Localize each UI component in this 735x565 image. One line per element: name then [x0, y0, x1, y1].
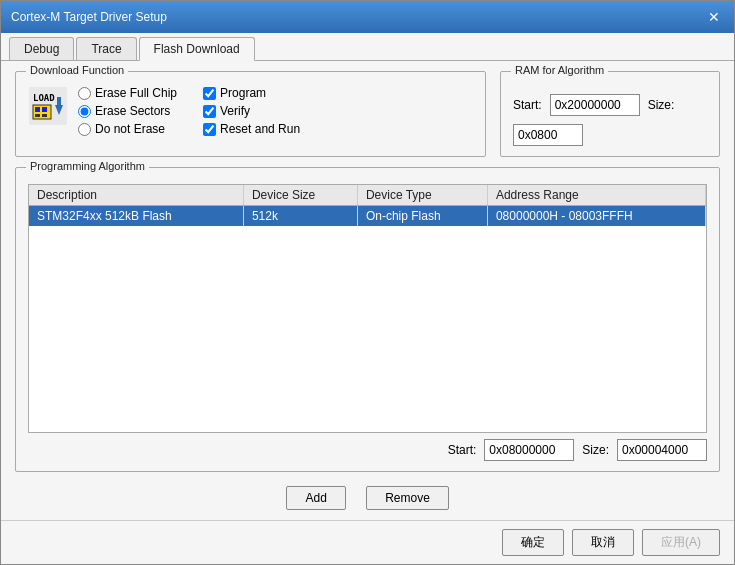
main-window: Cortex-M Target Driver Setup ✕ Debug Tra… — [0, 0, 735, 565]
programming-algorithm-title: Programming Algorithm — [26, 160, 149, 172]
radio-group: Erase Full Chip Erase Sectors Do not Era… — [78, 86, 177, 136]
pa-bottom: Start: Size: — [28, 439, 707, 461]
tab-debug[interactable]: Debug — [9, 37, 74, 60]
col-address-range: Address Range — [487, 185, 705, 206]
load-icon: LOAD — [28, 86, 68, 126]
tabs-bar: Debug Trace Flash Download — [1, 33, 734, 61]
title-bar: Cortex-M Target Driver Setup ✕ — [1, 1, 734, 33]
ram-size-label: Size: — [648, 98, 675, 112]
cell-device-type: On-chip Flash — [357, 206, 487, 227]
ram-inner: Start: Size: — [513, 94, 707, 146]
checkbox-reset-and-run[interactable]: Reset and Run — [203, 122, 300, 136]
pa-start-input[interactable] — [484, 439, 574, 461]
pa-size-label: Size: — [582, 443, 609, 457]
table-row[interactable]: STM32F4xx 512kB Flash 512k On-chip Flash… — [29, 206, 706, 227]
svg-text:LOAD: LOAD — [33, 93, 55, 103]
ram-start-input[interactable] — [550, 94, 640, 116]
svg-rect-8 — [57, 97, 61, 107]
tab-trace[interactable]: Trace — [76, 37, 136, 60]
programming-algorithm-group: Programming Algorithm Description Device… — [15, 167, 720, 472]
top-row: Download Function LOAD — [15, 71, 720, 157]
radio-erase-full-chip[interactable]: Erase Full Chip — [78, 86, 177, 100]
main-content: Download Function LOAD — [1, 61, 734, 520]
radio-do-not-erase[interactable]: Do not Erase — [78, 122, 177, 136]
add-button[interactable]: Add — [286, 486, 346, 510]
apply-button[interactable]: 应用(A) — [642, 529, 720, 556]
algorithm-table: Description Device Size Device Type Addr… — [29, 185, 706, 226]
window-title: Cortex-M Target Driver Setup — [11, 10, 167, 24]
pa-inner: Description Device Size Device Type Addr… — [28, 184, 707, 461]
ram-start-label: Start: — [513, 98, 542, 112]
cell-device-size: 512k — [243, 206, 357, 227]
download-function-group: Download Function LOAD — [15, 71, 486, 157]
ram-for-algorithm-group: RAM for Algorithm Start: Size: — [500, 71, 720, 157]
df-inner: LOAD — [28, 86, 473, 136]
svg-rect-5 — [35, 114, 40, 117]
close-button[interactable]: ✕ — [704, 9, 724, 25]
download-function-title: Download Function — [26, 64, 128, 76]
svg-rect-3 — [35, 107, 40, 112]
radio-erase-sectors[interactable]: Erase Sectors — [78, 104, 177, 118]
footer: 确定 取消 应用(A) — [1, 520, 734, 564]
svg-rect-6 — [42, 114, 47, 117]
pa-size-input[interactable] — [617, 439, 707, 461]
remove-button[interactable]: Remove — [366, 486, 449, 510]
pa-start-label: Start: — [448, 443, 477, 457]
tab-flash-download[interactable]: Flash Download — [139, 37, 255, 61]
checkbox-program[interactable]: Program — [203, 86, 300, 100]
add-remove-row: Add Remove — [15, 486, 720, 510]
checkbox-group: Program Verify Reset and Run — [203, 86, 300, 136]
ok-button[interactable]: 确定 — [502, 529, 564, 556]
table-header-row: Description Device Size Device Type Addr… — [29, 185, 706, 206]
col-device-type: Device Type — [357, 185, 487, 206]
algorithm-table-container: Description Device Size Device Type Addr… — [28, 184, 707, 433]
col-description: Description — [29, 185, 243, 206]
cell-address-range: 08000000H - 08003FFFH — [487, 206, 705, 227]
footer-buttons: 确定 取消 应用(A) — [502, 529, 720, 556]
svg-rect-4 — [42, 107, 47, 112]
ram-size-input[interactable] — [513, 124, 583, 146]
col-device-size: Device Size — [243, 185, 357, 206]
cell-description: STM32F4xx 512kB Flash — [29, 206, 243, 227]
checkbox-verify[interactable]: Verify — [203, 104, 300, 118]
cancel-button[interactable]: 取消 — [572, 529, 634, 556]
ram-for-algorithm-title: RAM for Algorithm — [511, 64, 608, 76]
